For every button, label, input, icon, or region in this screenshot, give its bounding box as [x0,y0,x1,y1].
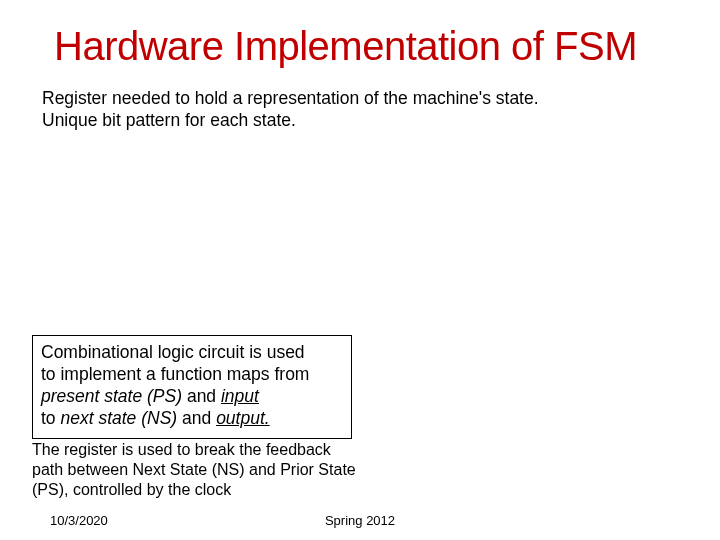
intro-text: Register needed to hold a representation… [42,88,602,132]
box-line-4: to next state (NS) and output. [41,408,343,430]
closing-line-2: path between Next State (NS) and Prior S… [32,460,412,480]
closing-line-3: (PS), controlled by the clock [32,480,412,500]
box-to: to [41,408,60,428]
box-output: output. [216,408,270,428]
closing-line-1: The register is used to break the feedba… [32,440,412,460]
box-line-3: present state (PS) and input [41,386,343,408]
intro-line-2: Unique bit pattern for each state. [42,110,602,132]
box-ns: next state (NS) [60,408,177,428]
box-ps: present state (PS) [41,386,182,406]
box-line-1: Combinational logic circuit is used [41,342,343,364]
slide: Hardware Implementation of FSM Register … [0,0,720,540]
closing-text: The register is used to break the feedba… [32,440,412,500]
box-input: input [221,386,259,406]
box-and-2: and [177,408,216,428]
footer-center: Spring 2012 [0,513,720,528]
box-and-1: and [182,386,221,406]
intro-line-1: Register needed to hold a representation… [42,88,602,110]
slide-title: Hardware Implementation of FSM [54,24,694,69]
box-line-2: to implement a function maps from [41,364,343,386]
boxed-callout: Combinational logic circuit is used to i… [32,335,352,439]
